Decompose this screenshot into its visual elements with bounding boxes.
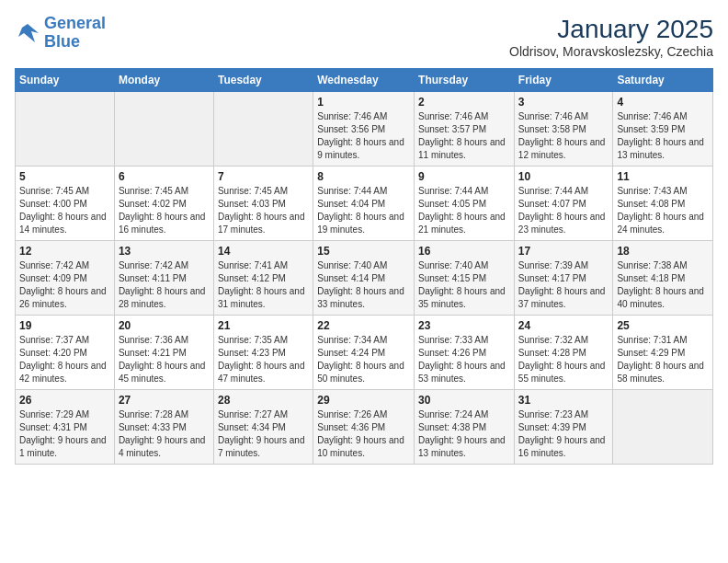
- calendar-cell: 19Sunrise: 7:37 AM Sunset: 4:20 PM Dayli…: [16, 316, 115, 390]
- day-number: 28: [218, 394, 309, 407]
- day-details: Sunrise: 7:46 AM Sunset: 3:59 PM Dayligh…: [617, 110, 709, 162]
- calendar-cell: 29Sunrise: 7:26 AM Sunset: 4:36 PM Dayli…: [313, 390, 415, 465]
- day-details: Sunrise: 7:40 AM Sunset: 4:14 PM Dayligh…: [317, 259, 410, 311]
- day-number: 20: [119, 319, 210, 332]
- day-details: Sunrise: 7:23 AM Sunset: 4:39 PM Dayligh…: [518, 408, 609, 460]
- day-details: Sunrise: 7:41 AM Sunset: 4:12 PM Dayligh…: [218, 259, 309, 311]
- day-details: Sunrise: 7:34 AM Sunset: 4:24 PM Dayligh…: [317, 334, 410, 385]
- day-details: Sunrise: 7:36 AM Sunset: 4:21 PM Dayligh…: [119, 334, 210, 385]
- calendar-cell: 17Sunrise: 7:39 AM Sunset: 4:17 PM Dayli…: [514, 241, 613, 316]
- day-details: Sunrise: 7:46 AM Sunset: 3:58 PM Dayligh…: [518, 110, 609, 162]
- weekday-header: Sunday: [16, 69, 115, 92]
- day-number: 23: [418, 319, 510, 332]
- day-details: Sunrise: 7:29 AM Sunset: 4:31 PM Dayligh…: [19, 408, 110, 460]
- calendar-cell: 12Sunrise: 7:42 AM Sunset: 4:09 PM Dayli…: [16, 241, 115, 316]
- day-details: Sunrise: 7:45 AM Sunset: 4:02 PM Dayligh…: [119, 185, 210, 236]
- calendar-cell: [613, 390, 713, 465]
- day-details: Sunrise: 7:45 AM Sunset: 4:00 PM Dayligh…: [19, 185, 110, 236]
- day-details: Sunrise: 7:24 AM Sunset: 4:38 PM Dayligh…: [418, 408, 510, 460]
- day-details: Sunrise: 7:46 AM Sunset: 3:56 PM Dayligh…: [317, 110, 410, 162]
- calendar-cell: 16Sunrise: 7:40 AM Sunset: 4:15 PM Dayli…: [415, 241, 515, 316]
- calendar-cell: 24Sunrise: 7:32 AM Sunset: 4:28 PM Dayli…: [514, 316, 613, 390]
- day-details: Sunrise: 7:44 AM Sunset: 4:07 PM Dayligh…: [518, 185, 609, 236]
- day-details: Sunrise: 7:42 AM Sunset: 4:09 PM Dayligh…: [19, 259, 110, 311]
- day-details: Sunrise: 7:45 AM Sunset: 4:03 PM Dayligh…: [218, 185, 309, 236]
- page-header: General Blue January 2025 Oldrisov, Mora…: [15, 15, 713, 59]
- day-number: 24: [518, 319, 609, 332]
- calendar-cell: 21Sunrise: 7:35 AM Sunset: 4:23 PM Dayli…: [213, 316, 313, 390]
- calendar-cell: 10Sunrise: 7:44 AM Sunset: 4:07 PM Dayli…: [514, 167, 613, 241]
- day-details: Sunrise: 7:37 AM Sunset: 4:20 PM Dayligh…: [19, 334, 110, 385]
- calendar-week-row: 5Sunrise: 7:45 AM Sunset: 4:00 PM Daylig…: [16, 167, 713, 241]
- calendar-cell: 1Sunrise: 7:46 AM Sunset: 3:56 PM Daylig…: [313, 92, 415, 167]
- weekday-header: Monday: [114, 69, 213, 92]
- day-number: 1: [317, 96, 410, 109]
- day-details: Sunrise: 7:35 AM Sunset: 4:23 PM Dayligh…: [218, 334, 309, 385]
- day-details: Sunrise: 7:40 AM Sunset: 4:15 PM Dayligh…: [418, 259, 510, 311]
- calendar-cell: 11Sunrise: 7:43 AM Sunset: 4:08 PM Dayli…: [613, 167, 713, 241]
- day-number: 27: [119, 394, 210, 407]
- calendar-cell: 27Sunrise: 7:28 AM Sunset: 4:33 PM Dayli…: [114, 390, 213, 465]
- calendar-cell: 18Sunrise: 7:38 AM Sunset: 4:18 PM Dayli…: [613, 241, 713, 316]
- calendar-cell: 30Sunrise: 7:24 AM Sunset: 4:38 PM Dayli…: [415, 390, 515, 465]
- day-number: 7: [218, 170, 309, 183]
- calendar-week-row: 26Sunrise: 7:29 AM Sunset: 4:31 PM Dayli…: [16, 390, 713, 465]
- day-details: Sunrise: 7:44 AM Sunset: 4:05 PM Dayligh…: [418, 185, 510, 236]
- calendar-cell: 2Sunrise: 7:46 AM Sunset: 3:57 PM Daylig…: [415, 92, 515, 167]
- day-number: 6: [119, 170, 210, 183]
- calendar-cell: 6Sunrise: 7:45 AM Sunset: 4:02 PM Daylig…: [114, 167, 213, 241]
- calendar-cell: 8Sunrise: 7:44 AM Sunset: 4:04 PM Daylig…: [313, 167, 415, 241]
- day-number: 13: [119, 245, 210, 258]
- weekday-header: Wednesday: [313, 69, 415, 92]
- day-details: Sunrise: 7:31 AM Sunset: 4:29 PM Dayligh…: [617, 334, 709, 385]
- day-details: Sunrise: 7:38 AM Sunset: 4:18 PM Dayligh…: [617, 259, 709, 311]
- calendar-cell: 26Sunrise: 7:29 AM Sunset: 4:31 PM Dayli…: [16, 390, 115, 465]
- calendar-table: SundayMondayTuesdayWednesdayThursdayFrid…: [15, 68, 713, 465]
- calendar-week-row: 1Sunrise: 7:46 AM Sunset: 3:56 PM Daylig…: [16, 92, 713, 167]
- day-number: 16: [418, 245, 510, 258]
- day-number: 14: [218, 245, 309, 258]
- day-number: 25: [617, 319, 709, 332]
- calendar-cell: 28Sunrise: 7:27 AM Sunset: 4:34 PM Dayli…: [213, 390, 313, 465]
- day-details: Sunrise: 7:28 AM Sunset: 4:33 PM Dayligh…: [119, 408, 210, 460]
- weekday-header: Tuesday: [213, 69, 313, 92]
- day-number: 31: [518, 394, 609, 407]
- calendar-cell: 4Sunrise: 7:46 AM Sunset: 3:59 PM Daylig…: [613, 92, 713, 167]
- logo-icon: [15, 20, 40, 46]
- day-number: 22: [317, 319, 410, 332]
- calendar-cell: 14Sunrise: 7:41 AM Sunset: 4:12 PM Dayli…: [213, 241, 313, 316]
- calendar-cell: 23Sunrise: 7:33 AM Sunset: 4:26 PM Dayli…: [415, 316, 515, 390]
- day-number: 8: [317, 170, 410, 183]
- weekday-header: Friday: [514, 69, 613, 92]
- day-number: 11: [617, 170, 709, 183]
- day-number: 3: [518, 96, 609, 109]
- day-details: Sunrise: 7:46 AM Sunset: 3:57 PM Dayligh…: [418, 110, 510, 162]
- day-number: 19: [19, 319, 110, 332]
- day-number: 10: [518, 170, 609, 183]
- day-details: Sunrise: 7:27 AM Sunset: 4:34 PM Dayligh…: [218, 408, 309, 460]
- day-details: Sunrise: 7:32 AM Sunset: 4:28 PM Dayligh…: [518, 334, 609, 385]
- calendar-week-row: 12Sunrise: 7:42 AM Sunset: 4:09 PM Dayli…: [16, 241, 713, 316]
- calendar-cell: 22Sunrise: 7:34 AM Sunset: 4:24 PM Dayli…: [313, 316, 415, 390]
- calendar-title: January 2025: [509, 15, 713, 44]
- calendar-cell: [213, 92, 313, 167]
- calendar-cell: 31Sunrise: 7:23 AM Sunset: 4:39 PM Dayli…: [514, 390, 613, 465]
- day-details: Sunrise: 7:42 AM Sunset: 4:11 PM Dayligh…: [119, 259, 210, 311]
- day-details: Sunrise: 7:39 AM Sunset: 4:17 PM Dayligh…: [518, 259, 609, 311]
- calendar-week-row: 19Sunrise: 7:37 AM Sunset: 4:20 PM Dayli…: [16, 316, 713, 390]
- day-number: 29: [317, 394, 410, 407]
- calendar-cell: [114, 92, 213, 167]
- calendar-cell: 15Sunrise: 7:40 AM Sunset: 4:14 PM Dayli…: [313, 241, 415, 316]
- weekday-header-row: SundayMondayTuesdayWednesdayThursdayFrid…: [16, 69, 713, 92]
- calendar-cell: 3Sunrise: 7:46 AM Sunset: 3:58 PM Daylig…: [514, 92, 613, 167]
- calendar-subtitle: Oldrisov, Moravskoslezsky, Czechia: [509, 44, 713, 59]
- svg-marker-0: [18, 24, 39, 42]
- day-number: 21: [218, 319, 309, 332]
- day-number: 12: [19, 245, 110, 258]
- day-details: Sunrise: 7:33 AM Sunset: 4:26 PM Dayligh…: [418, 334, 510, 385]
- calendar-cell: 20Sunrise: 7:36 AM Sunset: 4:21 PM Dayli…: [114, 316, 213, 390]
- day-number: 2: [418, 96, 510, 109]
- day-details: Sunrise: 7:44 AM Sunset: 4:04 PM Dayligh…: [317, 185, 410, 236]
- day-number: 9: [418, 170, 510, 183]
- day-number: 18: [617, 245, 709, 258]
